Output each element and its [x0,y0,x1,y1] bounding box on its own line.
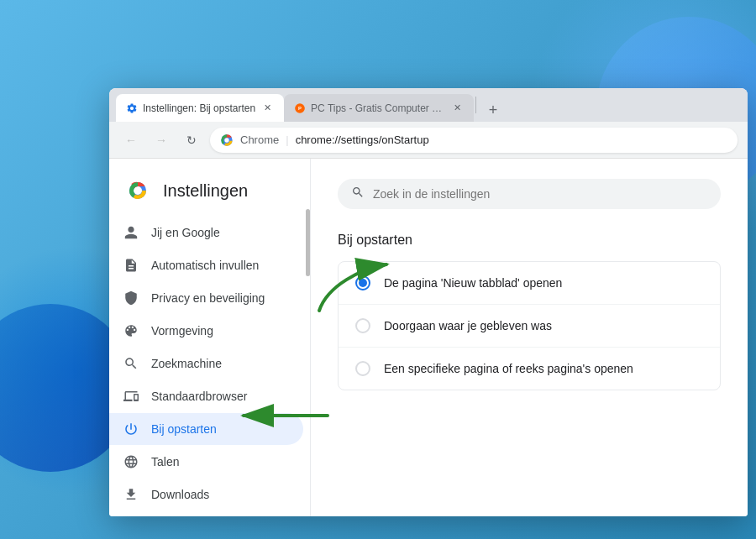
browser-window: Instellingen: Bij opstarten ✕ P PC Tips … [109,88,748,516]
option-label-specific-page: Een specifieke pagina of reeks pagina's … [384,362,633,375]
browser-content: Instellingen Jij en Google Automatisch i… [109,159,748,516]
power-icon [123,421,139,437]
option-label-continue: Doorgaan waar je gebleven was [384,319,552,332]
sidebar-item-bij-opstarten[interactable]: Bij opstarten [109,413,303,445]
globe-icon [123,453,139,470]
sidebar-item-privacy-beveiliging[interactable]: Privacy en beveiliging [109,282,303,314]
address-chrome-label: Chrome [240,133,279,146]
sidebar-item-zoekmachine[interactable]: Zoekmachine [109,348,303,379]
sidebar-label-talen: Talen [151,455,179,468]
sidebar-label-zoekmachine: Zoekmachine [151,357,222,370]
tab-favicon-settings [126,102,138,114]
option-continue[interactable]: Doorgaan waar je gebleven was [339,305,720,348]
section-title-bij-opstarten: Bij opstarten [338,233,721,248]
settings-sidebar: Instellingen Jij en Google Automatisch i… [109,159,311,516]
options-card: De pagina 'Nieuw tabblad' openen Doorgaa… [338,261,721,390]
sidebar-label-downloads: Downloads [151,488,209,501]
svg-point-3 [224,138,228,142]
sidebar-scrollbar[interactable] [306,209,310,276]
tab-favicon-pctips: P [294,102,306,114]
option-label-new-tab: De pagina 'Nieuw tabblad' openen [384,276,562,290]
sidebar-label-automatisch-invullen: Automatisch invullen [151,259,259,272]
reload-button[interactable]: ↻ [180,128,203,152]
sidebar-item-downloads[interactable]: Downloads [109,479,303,510]
sidebar-label-jij-en-google: Jij en Google [151,226,220,239]
address-separator: | [286,133,288,146]
settings-search-bar[interactable] [338,179,721,209]
tab-separator [475,97,476,113]
option-new-tab[interactable]: De pagina 'Nieuw tabblad' openen [339,262,720,305]
download-icon [123,486,139,503]
browser-icon [123,388,139,405]
tab-close-pctips[interactable]: ✕ [450,102,464,115]
address-url: chrome://settings/onStartup [296,133,429,146]
tab-title-settings: Instellingen: Bij opstarten [143,102,255,114]
option-specific-page[interactable]: Een specifieke pagina of reeks pagina's … [339,348,720,390]
search-icon-inner [351,186,365,202]
tab-settings[interactable]: Instellingen: Bij opstarten ✕ [116,94,284,122]
sidebar-label-privacy-beveiliging: Privacy en beveiliging [151,291,265,305]
address-field[interactable]: Chrome | chrome://settings/onStartup [210,128,738,153]
svg-text:P: P [298,106,302,111]
radio-specific-page[interactable] [355,361,370,376]
sidebar-header: Instellingen [109,159,310,216]
settings-main-panel: Bij opstarten De pagina 'Nieuw tabblad' … [311,159,748,516]
form-icon [123,257,139,274]
search-icon [123,355,139,372]
address-chrome-icon [220,133,234,147]
sidebar-item-vormgeving[interactable]: Vormgeving [109,315,303,347]
tab-close-settings[interactable]: ✕ [260,102,274,115]
chrome-logo [123,175,153,206]
sidebar-item-standaardbrowser[interactable]: Standaardbrowser [109,380,303,412]
sidebar-item-talen[interactable]: Talen [109,446,303,478]
svg-point-6 [134,186,142,195]
shield-icon [123,290,139,306]
sidebar-label-vormgeving: Vormgeving [151,324,213,338]
sidebar-item-jij-en-google[interactable]: Jij en Google [109,217,303,249]
settings-search-input[interactable] [373,187,707,201]
tab-bar: Instellingen: Bij opstarten ✕ P PC Tips … [109,88,748,122]
paint-icon [123,322,139,339]
sidebar-item-automatisch-invullen[interactable]: Automatisch invullen [109,249,303,281]
sidebar-label-bij-opstarten: Bij opstarten [151,422,217,436]
forward-button[interactable]: → [150,128,173,152]
tab-pctips[interactable]: P PC Tips - Gratis Computer Tips, i ✕ [284,94,474,122]
radio-new-tab[interactable] [355,275,370,290]
new-tab-button[interactable]: + [481,98,505,122]
radio-continue[interactable] [355,318,370,333]
address-bar-row: ← → ↻ Chrome | chrome://settings/onStart… [109,122,748,159]
sidebar-nav: Jij en Google Automatisch invullen Priva… [109,216,310,511]
sidebar-label-standaardbrowser: Standaardbrowser [151,390,247,403]
person-icon [123,224,139,241]
back-button[interactable]: ← [119,128,143,152]
settings-title: Instellingen [163,181,248,201]
tab-title-pctips: PC Tips - Gratis Computer Tips, i [311,102,445,114]
